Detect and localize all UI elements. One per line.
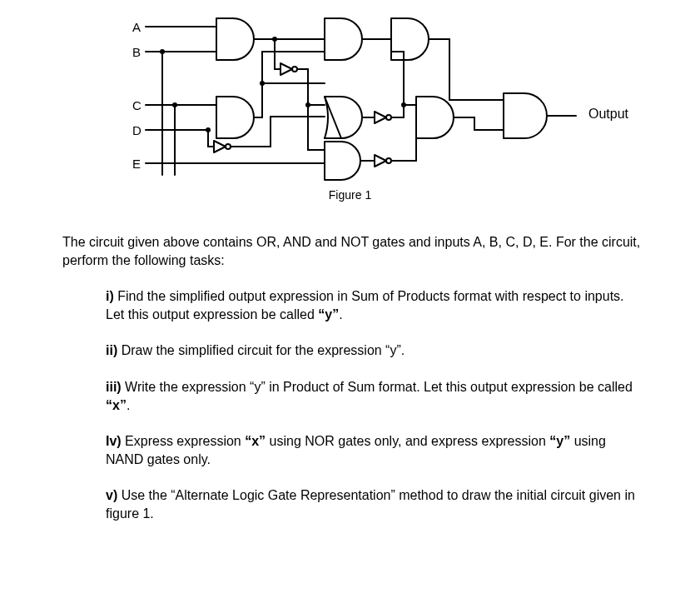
task-iv-s1: Express expression [122, 434, 246, 448]
task-iv-s2: using NOR gates only, and express expres… [266, 434, 549, 448]
task-v: v) Use the “Alternate Logic Gate Represe… [106, 486, 638, 522]
svg-point-54 [305, 102, 310, 107]
svg-point-52 [272, 37, 277, 42]
task-v-text: Use the “Alternate Logic Gate Representa… [106, 488, 635, 521]
intro-text: The circuit given above contains OR, AND… [62, 233, 645, 269]
task-iii-x: “x” [106, 398, 127, 412]
svg-point-53 [260, 81, 265, 86]
svg-point-51 [206, 127, 211, 132]
output-label: Output [588, 107, 628, 122]
task-i-pre: Find the simplified output expression in… [106, 289, 624, 321]
task-ii-text: Draw the simplified circuit for the expr… [117, 343, 405, 357]
page: A B C D E Output [0, 0, 700, 598]
task-iii-num: iii) [106, 380, 122, 394]
task-v-num: v) [106, 488, 117, 502]
task-iv-y: “y” [549, 434, 570, 448]
svg-point-55 [401, 102, 406, 107]
task-i: i) Find the simplified output expression… [106, 287, 638, 323]
task-i-post: . [339, 307, 342, 321]
circuit-figure [117, 17, 583, 183]
task-iv: Iv) Express expression “x” using NOR gat… [106, 432, 638, 468]
task-iii-post: . [127, 398, 130, 412]
task-iv-num: Iv) [106, 434, 122, 448]
task-iv-x: “x” [245, 434, 266, 448]
task-iii: iii) Write the expression “y” in Product… [106, 378, 638, 414]
task-iii-pre: Write the expression “y” in Product of S… [122, 380, 633, 394]
content: The circuit given above contains OR, AND… [62, 233, 645, 541]
figure-caption: Figure 1 [0, 188, 700, 202]
task-ii-num: ii) [106, 343, 117, 357]
task-i-num: i) [106, 289, 114, 303]
task-ii: ii) Draw the simplified circuit for the … [106, 341, 638, 360]
task-i-y: “y” [318, 307, 339, 321]
